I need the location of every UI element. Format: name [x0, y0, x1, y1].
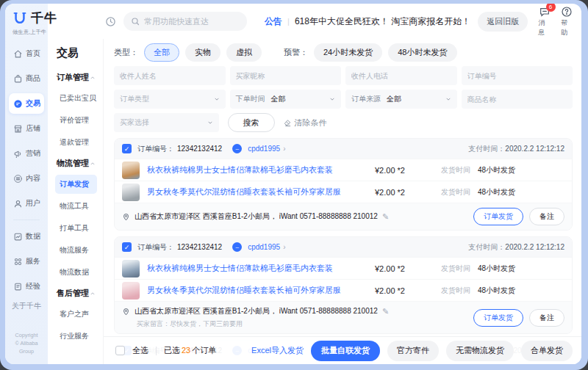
- edit-address-icon[interactable]: ✎: [382, 307, 389, 316]
- type-chip-physical[interactable]: 实物: [185, 43, 220, 62]
- sidebar-item-data[interactable]: 数据: [9, 226, 44, 247]
- order-type-select[interactable]: 订单类型: [114, 90, 226, 109]
- order-checkbox-checked[interactable]: ✓: [122, 242, 132, 252]
- pay-time: 支付时间：2020.2.2 12:12:12: [468, 242, 564, 253]
- top-header: 千牛 做生意,上千牛 公告 | 618年中大促全民狂欢！ 淘宝商家报名开始！: [5, 4, 581, 39]
- type-chip-all[interactable]: 全部: [144, 43, 179, 62]
- address-row: 山西省太原市迎泽区 西溪首座B1-2小邮局， iWant 0571-888888…: [115, 301, 572, 333]
- group-logistics-management[interactable]: 物流管理: [57, 155, 97, 175]
- search-icon: [131, 17, 140, 26]
- remark-button[interactable]: 备注: [529, 208, 564, 225]
- subnav-item-industry-service[interactable]: 行业服务: [55, 327, 97, 346]
- merge-ship-button[interactable]: 合单发货: [521, 341, 573, 361]
- subnav-item-review-management[interactable]: 评价管理: [55, 111, 97, 130]
- sidebar-item-user[interactable]: 用户: [9, 193, 44, 214]
- product-price: ¥2.00 *2: [375, 188, 434, 197]
- no-logistics-ship-button[interactable]: 无需物流发货: [446, 341, 514, 361]
- product-thumbnail: [122, 184, 140, 201]
- chevron-up-icon: [90, 161, 96, 167]
- order-header: ✓ 订单编号： 12342132412 – cpdd1995 › 支付时间：20…: [115, 237, 572, 257]
- remark-button[interactable]: 备注: [529, 309, 564, 327]
- help-button[interactable]: 帮助: [561, 6, 573, 37]
- subnav-item-refund-management[interactable]: 退款管理: [55, 133, 97, 152]
- order-number: 12342132412: [177, 243, 222, 251]
- group-order-management[interactable]: 订单管理: [57, 69, 97, 89]
- messages-button[interactable]: 6 消息: [538, 6, 551, 37]
- sidebar-item-goods[interactable]: 商品: [9, 68, 44, 89]
- product-title-link[interactable]: 男女秋冬季莫代尔混纺情侣睡衣套装长袖可外穿家居服: [147, 285, 368, 296]
- warn-chip-24h[interactable]: 24小时未发货: [314, 43, 382, 62]
- clear-filters-button[interactable]: 清除条件: [284, 117, 327, 128]
- ship-order-button[interactable]: 订单发货: [473, 208, 523, 225]
- sidebar-item-home[interactable]: 首页: [9, 43, 44, 64]
- pay-time: 支付时间：2020.2.2 12:12:12: [468, 144, 564, 154]
- announcement-text: 618年中大促全民狂欢！ 淘宝商家报名开始！: [295, 15, 470, 28]
- wangwang-chat-icon[interactable]: –: [232, 242, 242, 252]
- megaphone-icon: [13, 149, 23, 159]
- product-thumbnail: [122, 260, 140, 278]
- chevron-down-icon: [329, 96, 335, 102]
- about-qianniu-link[interactable]: 关于千牛: [9, 301, 44, 311]
- buyer-link[interactable]: cpdd1995: [248, 243, 280, 251]
- sidebar-item-marketing[interactable]: 营销: [9, 143, 44, 164]
- buyer-link[interactable]: cpdd1995: [248, 145, 280, 153]
- excel-import-ship-link[interactable]: Excel导入发货: [251, 345, 304, 356]
- batch-actions-bar: 全选 已选23个订单 Excel导入发货 批量自联发货 官方寄件 无需物流发货 …: [104, 336, 581, 364]
- order-time-select[interactable]: 下单时间 全部: [230, 90, 342, 109]
- subnav-item-logistics-service[interactable]: 物流服务: [55, 241, 97, 260]
- receiver-phone-input[interactable]: [345, 66, 457, 85]
- batch-ship-button[interactable]: 批量自联发货: [311, 341, 380, 361]
- copyright: Copyright © Alibaba Group: [10, 332, 42, 355]
- order-number-input[interactable]: [462, 66, 573, 85]
- subnav-item-print-tools[interactable]: 打单工具: [55, 219, 97, 238]
- subnav-item-order-shipping[interactable]: 订单发货: [55, 175, 97, 194]
- back-to-old-version-button[interactable]: 返回旧版: [478, 12, 528, 32]
- sidebar-item-shop[interactable]: 店铺: [9, 118, 44, 139]
- subnav-item-sold-items[interactable]: 已卖出宝贝: [55, 89, 97, 108]
- buyer-nickname-input[interactable]: [230, 66, 342, 85]
- product-price: ¥2.00 *2: [375, 264, 434, 273]
- message-badge: 6: [546, 4, 556, 12]
- type-chip-virtual[interactable]: 虚拟: [226, 43, 262, 62]
- official-delivery-button[interactable]: 官方寄件: [387, 341, 439, 361]
- product-name-input[interactable]: [462, 90, 573, 109]
- search-button[interactable]: 搜索: [228, 113, 275, 132]
- help-icon: [561, 6, 573, 18]
- select-all-checkbox[interactable]: [115, 346, 125, 355]
- order-source-select[interactable]: 订单来源 全部: [345, 90, 457, 109]
- product-price: ¥2.00 *2: [375, 286, 434, 295]
- sidebar-item-service[interactable]: 服务: [9, 251, 44, 272]
- announcement-label: 公告: [265, 15, 282, 28]
- buyer-select[interactable]: 买家选择: [114, 113, 219, 132]
- type-filter-label: 类型：: [114, 47, 138, 58]
- sidebar-item-experience[interactable]: 经验: [9, 276, 44, 297]
- sidebar-item-content[interactable]: 内容: [9, 168, 44, 189]
- product-title-link[interactable]: 男女秋冬季莫代尔混纺情侣睡衣套装长袖可外穿家居服: [147, 186, 368, 197]
- qianniu-window: 千牛 做生意,上千牛 公告 | 618年中大促全民狂欢！ 淘宝商家报名开始！: [5, 4, 581, 364]
- product-price: ¥2.00 *2: [375, 166, 434, 175]
- subnav-item-logistics-data[interactable]: 物流数据: [55, 263, 97, 282]
- quick-search-input[interactable]: [144, 17, 229, 26]
- product-title-link[interactable]: 秋衣秋裤纯棉男士女士情侣薄款棉毛衫磨毛内衣套装: [147, 164, 368, 175]
- chevron-up-icon: [90, 75, 96, 81]
- edit-address-icon[interactable]: ✎: [382, 212, 389, 222]
- chart-icon: [13, 232, 23, 242]
- location-pin-icon: [122, 213, 130, 221]
- announcement-bar[interactable]: 公告 | 618年中大促全民狂欢！ 淘宝商家报名开始！: [265, 15, 470, 28]
- sidebar-item-trade[interactable]: 交易: [9, 93, 44, 114]
- order-checkbox-checked[interactable]: ✓: [122, 144, 132, 153]
- subnav-item-logistics-tools[interactable]: 物流工具: [55, 197, 97, 216]
- note-icon: [13, 282, 23, 291]
- clock-icon[interactable]: [105, 16, 116, 27]
- wangwang-chat-icon[interactable]: –: [232, 144, 242, 153]
- warn-chip-48h[interactable]: 48小时未发货: [388, 43, 456, 62]
- chevron-down-icon: [214, 96, 220, 102]
- subnav-item-customer-voice[interactable]: 客户之声: [55, 305, 97, 324]
- page-title: 交易: [57, 46, 97, 60]
- product-row: 秋衣秋裤纯棉男士女士情侣薄款棉毛衫磨毛内衣套装 ¥2.00 *2 发货时间48小…: [115, 159, 572, 181]
- product-title-link[interactable]: 秋衣秋裤纯棉男士女士情侣薄款棉毛衫磨毛内衣套装: [147, 263, 368, 274]
- receiver-name-input[interactable]: [114, 66, 226, 85]
- group-aftersale-management[interactable]: 售后管理: [57, 285, 97, 305]
- ship-order-button[interactable]: 订单发货: [473, 309, 523, 327]
- quick-search[interactable]: [123, 12, 247, 31]
